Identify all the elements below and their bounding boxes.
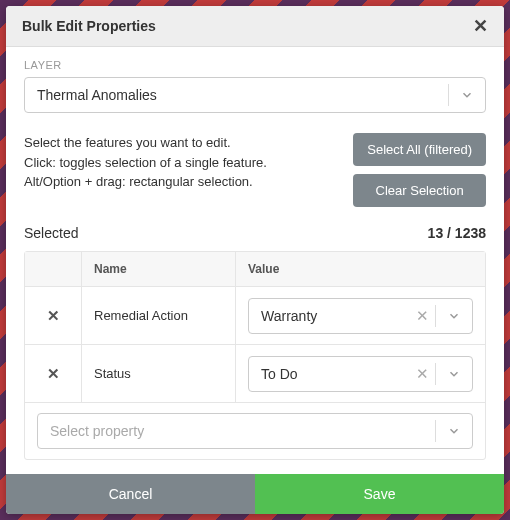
value-text: To Do	[249, 366, 409, 382]
remove-row-icon[interactable]: ✕	[25, 345, 81, 402]
value-select[interactable]: To Do ✕	[248, 356, 473, 392]
help-line: Click: toggles selection of a single fea…	[24, 153, 341, 173]
properties-table: Name Value ✕ Remedial Action Warranty ✕	[24, 251, 486, 460]
table-row: ✕ Status To Do ✕	[25, 345, 485, 403]
property-name: Remedial Action	[81, 287, 235, 344]
layer-label: LAYER	[24, 59, 486, 71]
add-property-select[interactable]: Select property	[37, 413, 473, 449]
table-header: Name Value	[25, 252, 485, 287]
clear-selection-button[interactable]: Clear Selection	[353, 174, 486, 207]
remove-row-icon[interactable]: ✕	[25, 287, 81, 344]
selected-count: 13 / 1238	[428, 225, 486, 241]
value-select[interactable]: Warranty ✕	[248, 298, 473, 334]
property-name: Status	[81, 345, 235, 402]
header-blank	[25, 252, 81, 286]
close-icon[interactable]: ✕	[473, 17, 488, 35]
help-line: Select the features you want to edit.	[24, 133, 341, 153]
layer-select[interactable]: Thermal Anomalies	[24, 77, 486, 113]
add-property-placeholder: Select property	[38, 423, 435, 439]
selection-controls-row: Select the features you want to edit. Cl…	[24, 133, 486, 207]
clear-value-icon[interactable]: ✕	[409, 307, 435, 325]
header-name: Name	[81, 252, 235, 286]
layer-value: Thermal Anomalies	[25, 87, 448, 103]
dialog-title: Bulk Edit Properties	[22, 18, 156, 34]
chevron-down-icon	[436, 414, 472, 448]
select-all-button[interactable]: Select All (filtered)	[353, 133, 486, 166]
help-line: Alt/Option + drag: rectangular selection…	[24, 172, 341, 192]
chevron-down-icon	[436, 299, 472, 333]
save-button[interactable]: Save	[255, 474, 504, 514]
help-text: Select the features you want to edit. Cl…	[24, 133, 341, 192]
add-property-row: Select property	[25, 403, 485, 459]
property-value-cell: Warranty ✕	[235, 287, 485, 344]
table-row: ✕ Remedial Action Warranty ✕	[25, 287, 485, 345]
value-text: Warranty	[249, 308, 409, 324]
selected-label: Selected	[24, 225, 78, 241]
cancel-button[interactable]: Cancel	[6, 474, 255, 514]
selection-buttons: Select All (filtered) Clear Selection	[353, 133, 486, 207]
chevron-down-icon	[436, 357, 472, 391]
header-value: Value	[235, 252, 485, 286]
chevron-down-icon	[449, 78, 485, 112]
selected-summary: Selected 13 / 1238	[24, 225, 486, 241]
dialog-footer: Cancel Save	[6, 474, 504, 514]
bulk-edit-dialog: Bulk Edit Properties ✕ LAYER Thermal Ano…	[6, 6, 504, 514]
dialog-header: Bulk Edit Properties ✕	[6, 6, 504, 47]
clear-value-icon[interactable]: ✕	[409, 365, 435, 383]
property-value-cell: To Do ✕	[235, 345, 485, 402]
dialog-body: LAYER Thermal Anomalies Select the featu…	[6, 47, 504, 474]
